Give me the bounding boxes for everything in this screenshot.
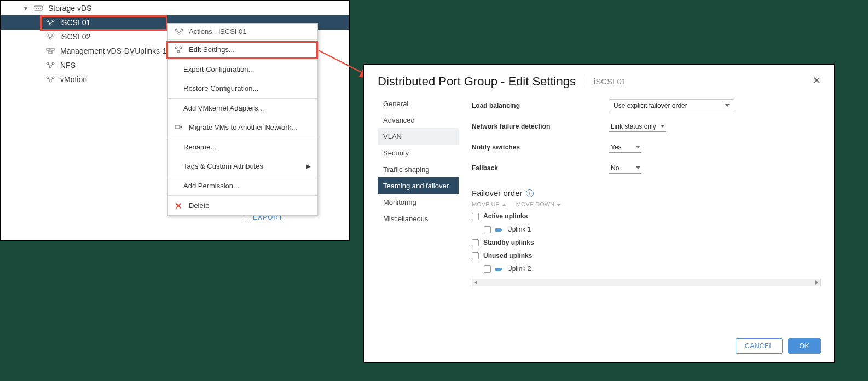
context-menu-title: Actions - iSCSI 01 [189,27,247,36]
chevron-down-icon: ▼ [23,5,31,11]
sidebar-item-miscellaneous[interactable]: Miscellaneous [378,210,459,227]
menu-item-label: Rename... [183,143,216,151]
tree-root-label: Storage vDS [48,4,91,13]
group-unused-uplinks[interactable]: Unused uplinks [472,249,821,262]
group-standby-uplinks[interactable]: Standby uplinks [472,236,821,249]
sidebar-item-advanced[interactable]: Advanced [378,112,459,128]
menu-item-label: Edit Settings... [189,45,235,54]
uplink-item[interactable]: Uplink 1 [472,223,821,236]
failover-order-title: Failover order i [472,188,821,198]
info-icon[interactable]: i [526,189,534,197]
group-label: Unused uplinks [483,252,532,259]
svg-point-24 [177,50,180,53]
menu-export-config[interactable]: Export Configuration... [168,60,317,79]
row-failback: Failback No [472,158,821,178]
menu-restore-config[interactable]: Restore Configuration... [168,79,317,98]
select-load-balancing[interactable]: Use explicit failover order [609,99,734,112]
context-menu: Actions - iSCSI 01 Edit Settings... Expo… [167,23,318,216]
delete-icon [175,202,184,210]
menu-add-vmkernel[interactable]: Add VMkernel Adapters... [168,99,317,118]
svg-rect-31 [495,268,501,271]
dialog-title: Distributed Port Group - Edit Settings [378,74,576,89]
menu-item-label: Migrate VMs to Another Network... [189,123,297,131]
dialog-content: Load balancing Use explicit failover ord… [459,95,834,314]
horizontal-scrollbar[interactable] [472,279,821,286]
checkbox[interactable] [472,239,479,246]
svg-point-1 [36,8,37,9]
menu-item-label: Restore Configuration... [183,84,258,93]
menu-item-label: Tags & Custom Attributes [183,162,263,170]
menu-item-label: Export Configuration... [183,65,254,73]
dialog-sidebar: General Advanced VLAN Security Traffic s… [378,95,459,314]
sidebar-item-vlan[interactable]: VLAN [378,128,459,145]
dialog-subtitle: iSCSI 01 [585,77,626,86]
menu-delete[interactable]: Delete [168,196,317,215]
sidebar-item-teaming-failover[interactable]: Teaming and failover [378,177,459,194]
uplink-icon [495,266,503,272]
row-load-balancing: Load balancing Use explicit failover ord… [472,95,821,116]
svg-rect-25 [175,125,180,129]
portgroup-icon [46,62,56,68]
checkbox[interactable] [484,265,491,273]
uplink-group-icon [46,48,56,54]
svg-point-22 [175,47,177,49]
svg-rect-29 [495,228,501,232]
svg-rect-30 [501,229,502,231]
group-active-uplinks[interactable]: Active uplinks [472,210,821,223]
portgroup-icon [46,33,56,40]
svg-rect-12 [49,51,52,54]
group-label: Standby uplinks [483,239,534,246]
uplink-label: Uplink 2 [507,265,531,273]
close-button[interactable]: ✕ [813,74,821,86]
menu-migrate-vms[interactable]: Migrate VMs to Another Network... [168,118,317,137]
tree-item-label: iSCSI 02 [60,32,90,41]
tree-item-label: NFS [60,61,76,70]
tree-item-label: vMotion [60,75,87,84]
menu-item-label: Add Permission... [183,182,239,190]
sidebar-item-general[interactable]: General [378,95,459,112]
move-controls: MOVE UP MOVE DOWN [472,201,821,207]
move-down-button[interactable]: MOVE DOWN [516,201,561,207]
menu-item-label: Add VMkernel Adapters... [183,104,264,112]
group-label: Active uplinks [483,212,528,220]
ok-button[interactable]: OK [788,338,821,354]
svg-rect-10 [47,48,50,50]
menu-rename[interactable]: Rename... [168,137,317,157]
label-notify-switches: Notify switches [472,143,609,151]
sidebar-item-monitoring[interactable]: Monitoring [378,194,459,210]
portgroup-icon [175,28,184,35]
migrate-icon [175,124,184,131]
chevron-right-icon: ▶ [306,163,311,169]
dialog-body: General Advanced VLAN Security Traffic s… [364,95,834,314]
edit-icon [175,46,184,54]
tree-root-storage-vds[interactable]: ▼ Storage vDS [1,1,349,15]
tree-item-label: iSCSI 01 [60,18,90,27]
select-notify-switches[interactable]: Yes [609,142,641,153]
portgroup-icon [46,76,56,83]
svg-point-23 [180,47,182,49]
row-notify-switches: Notify switches Yes [472,137,821,158]
uplink-item[interactable]: Uplink 2 [472,262,821,275]
sidebar-item-traffic-shaping[interactable]: Traffic shaping [378,161,459,177]
menu-add-permission[interactable]: Add Permission... [168,176,317,195]
checkbox[interactable] [472,213,479,220]
label-load-balancing: Load balancing [472,102,609,109]
checkbox[interactable] [484,226,491,233]
label-failback: Failback [472,164,609,172]
menu-tags-attributes[interactable]: Tags & Custom Attributes ▶ [168,157,317,176]
row-failure-detection: Network failure detection Link status on… [472,116,821,137]
failover-list: Active uplinks Uplink 1 Standby uplinks … [472,210,821,275]
menu-item-label: Delete [189,201,210,210]
sidebar-item-security[interactable]: Security [378,145,459,161]
cancel-button[interactable]: CANCEL [736,338,783,354]
svg-point-2 [38,8,39,9]
move-up-button[interactable]: MOVE UP [472,201,506,207]
portgroup-icon [46,19,56,26]
menu-edit-settings[interactable]: Edit Settings... [168,40,317,59]
select-failback[interactable]: No [609,163,641,174]
checkbox[interactable] [472,252,479,259]
label-failure-detection: Network failure detection [472,123,609,130]
select-failure-detection[interactable]: Link status only [609,122,666,132]
uplink-label: Uplink 1 [507,226,531,233]
switch-icon [34,5,44,11]
